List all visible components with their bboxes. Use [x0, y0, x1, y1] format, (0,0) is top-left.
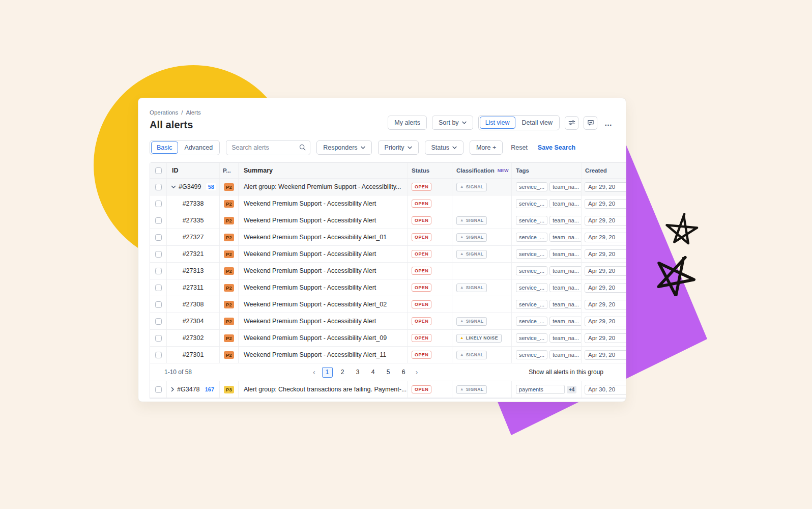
tag[interactable]: service_... — [516, 300, 547, 309]
tag[interactable]: team_na... — [549, 182, 582, 191]
alert-summary[interactable]: Weekend Premium Support - Accessibility … — [239, 296, 408, 313]
tag[interactable]: payments — [516, 385, 565, 394]
row-checkbox[interactable] — [155, 301, 162, 308]
row-checkbox[interactable] — [155, 318, 162, 325]
show-all-alerts-link[interactable]: Show all alerts in this group — [529, 369, 626, 376]
tag[interactable]: service_... — [516, 333, 547, 343]
basic-tab[interactable]: Basic — [151, 142, 178, 154]
group-id[interactable]: #G3478 — [177, 386, 199, 393]
alert-id[interactable]: #27308 — [183, 301, 204, 308]
page-button-4[interactable]: 4 — [368, 367, 379, 378]
page-button-1[interactable]: 1 — [322, 367, 333, 378]
tag[interactable]: service_... — [516, 216, 547, 225]
priority-filter[interactable]: Priority — [378, 140, 419, 155]
group-summary[interactable]: Alert group: Weekend Premium Support - A… — [239, 179, 408, 195]
alert-group-row[interactable]: #G3499 58 P2 Alert group: Weekend Premiu… — [150, 179, 626, 195]
row-checkbox[interactable] — [155, 201, 162, 207]
alert-row[interactable]: #27335 P2 Weekend Premium Support - Acce… — [150, 212, 626, 229]
more-filters-button[interactable]: More + — [470, 140, 503, 155]
column-header-classification[interactable]: ClassificationNEW — [452, 163, 512, 178]
tag[interactable]: team_na... — [549, 216, 582, 225]
alert-id[interactable]: #27313 — [183, 267, 204, 274]
tag[interactable]: team_na... — [549, 300, 582, 309]
tag[interactable]: service_... — [516, 249, 547, 259]
tag[interactable]: service_... — [516, 266, 547, 275]
tag[interactable]: team_na... — [549, 283, 582, 292]
tag[interactable]: team_na... — [549, 199, 582, 208]
previous-page-icon[interactable]: ‹ — [311, 368, 317, 376]
tag[interactable]: service_... — [516, 317, 547, 326]
tag[interactable]: service_... — [516, 233, 547, 242]
alert-id[interactable]: #27302 — [183, 334, 204, 342]
column-header-status[interactable]: Status — [408, 163, 452, 178]
alert-row[interactable]: #27327 P2 Weekend Premium Support - Acce… — [150, 229, 626, 246]
tag[interactable]: team_na... — [549, 266, 582, 275]
alert-summary[interactable]: Weekend Premium Support - Accessibility … — [239, 279, 408, 296]
row-checkbox[interactable] — [155, 352, 162, 358]
reset-button[interactable]: Reset — [509, 144, 530, 151]
alert-id[interactable]: #27311 — [183, 284, 204, 291]
column-header-id[interactable]: ID — [167, 163, 220, 178]
alert-row[interactable]: #27313 P2 Weekend Premium Support - Acce… — [150, 263, 626, 279]
row-checkbox[interactable] — [155, 251, 162, 258]
alert-summary[interactable]: Weekend Premium Support - Accessibility … — [239, 313, 408, 329]
column-header-tags[interactable]: Tags — [512, 163, 582, 178]
row-checkbox[interactable] — [155, 285, 162, 291]
alert-id[interactable]: #27335 — [183, 217, 204, 224]
alert-summary[interactable]: Weekend Premium Support - Accessibility … — [239, 246, 408, 262]
detail-view-button[interactable]: Detail view — [516, 117, 558, 129]
alert-row[interactable]: #27304 P2 Weekend Premium Support - Acce… — [150, 313, 626, 330]
more-tags-count[interactable]: +4 — [567, 386, 576, 393]
tag[interactable]: team_na... — [549, 350, 582, 359]
alert-summary[interactable]: Weekend Premium Support - Accessibility … — [239, 212, 408, 229]
tag[interactable]: service_... — [516, 182, 547, 191]
alert-summary[interactable]: Weekend Premium Support - Accessibility … — [239, 347, 408, 363]
page-button-2[interactable]: 2 — [337, 367, 348, 378]
alert-id[interactable]: #27301 — [183, 351, 204, 358]
alert-group-row[interactable]: #G3478 167 P3 Alert group: Checkout tran… — [150, 381, 626, 398]
breadcrumb-operations[interactable]: Operations — [150, 109, 178, 116]
breadcrumb-alerts[interactable]: Alerts — [186, 109, 200, 116]
advanced-tab[interactable]: Advanced — [179, 142, 219, 154]
alert-id[interactable]: #27304 — [183, 318, 204, 325]
alert-row[interactable]: #27338 P2 Weekend Premium Support - Acce… — [150, 195, 626, 212]
row-checkbox[interactable] — [155, 184, 162, 190]
alert-summary[interactable]: Weekend Premium Support - Accessibility … — [239, 330, 408, 346]
next-page-icon[interactable]: › — [414, 368, 420, 376]
row-checkbox[interactable] — [155, 217, 162, 224]
expand-group-icon[interactable] — [171, 387, 175, 392]
group-id[interactable]: #G3499 — [179, 183, 201, 190]
tag[interactable]: service_... — [516, 350, 547, 359]
alert-summary[interactable]: Weekend Premium Support - Accessibility … — [239, 195, 408, 212]
feedback-button[interactable] — [584, 116, 597, 130]
page-button-3[interactable]: 3 — [353, 367, 363, 378]
responders-filter[interactable]: Responders — [316, 140, 371, 155]
tag[interactable]: service_... — [516, 283, 547, 292]
column-header-summary[interactable]: Summary — [239, 163, 408, 178]
alert-row[interactable]: #27311 P2 Weekend Premium Support - Acce… — [150, 279, 626, 296]
sort-by-button[interactable]: Sort by — [432, 116, 473, 130]
column-header-priority[interactable]: P... — [220, 163, 239, 178]
row-checkbox[interactable] — [155, 335, 162, 342]
alert-row[interactable]: #27301 P2 Weekend Premium Support - Acce… — [150, 347, 626, 363]
collapse-group-icon[interactable] — [171, 185, 176, 189]
group-summary[interactable]: Alert group: Checkout transactions are f… — [239, 381, 408, 398]
alert-id[interactable]: #27338 — [183, 200, 204, 207]
select-all-checkbox[interactable] — [155, 167, 162, 174]
page-button-5[interactable]: 5 — [383, 367, 394, 378]
column-header-created[interactable]: Created — [582, 163, 626, 178]
tag[interactable]: team_na... — [549, 333, 582, 343]
alert-id[interactable]: #27327 — [183, 234, 204, 241]
page-button-6[interactable]: 6 — [398, 367, 409, 378]
status-filter[interactable]: Status — [425, 140, 463, 155]
display-settings-button[interactable] — [565, 116, 578, 130]
row-checkbox[interactable] — [155, 234, 162, 241]
my-alerts-button[interactable]: My alerts — [388, 116, 427, 130]
alert-row[interactable]: #27302 P2 Weekend Premium Support - Acce… — [150, 330, 626, 347]
alert-row[interactable]: #27308 P2 Weekend Premium Support - Acce… — [150, 296, 626, 313]
tag[interactable]: service_... — [516, 199, 547, 208]
alert-id[interactable]: #27321 — [183, 250, 204, 258]
tag[interactable]: team_na... — [549, 317, 582, 326]
save-search-button[interactable]: Save Search — [536, 144, 577, 151]
list-view-button[interactable]: List view — [480, 117, 515, 129]
